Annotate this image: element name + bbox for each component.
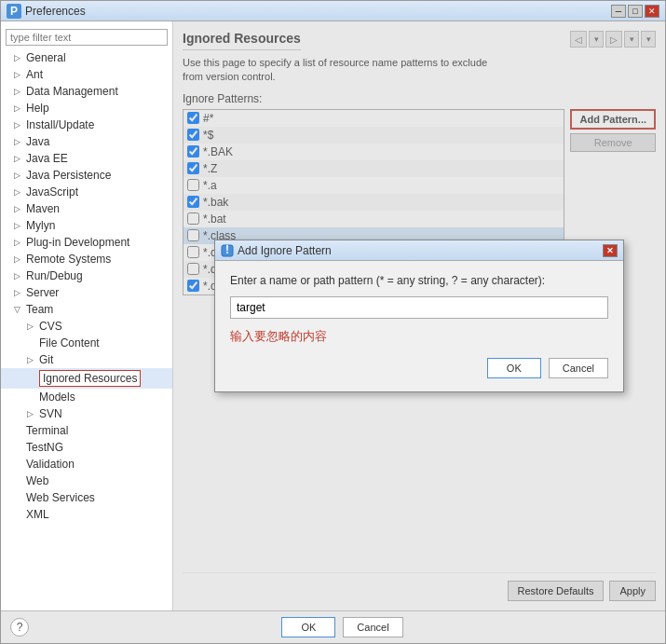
window-icon: P [7,4,21,19]
sidebar-item-maven[interactable]: ▷Maven [1,200,172,217]
expand-arrow: ▷ [14,103,23,113]
expand-arrow: ▷ [14,187,23,197]
expand-arrow [14,476,23,486]
expand-arrow: ▷ [14,254,23,264]
expand-arrow: ▷ [14,238,23,247]
dialog-hint: 输入要忽略的内容 [230,328,608,345]
dialog-title-bar: ! Add Ignore Pattern ✕ [215,240,623,261]
expand-arrow [27,338,36,348]
sidebar-item-remote-systems[interactable]: ▷Remote Systems [1,251,172,267]
dialog-body: Enter a name or path pattern (* = any st… [215,261,623,391]
sidebar-item-web[interactable]: Web [1,473,172,489]
help-button[interactable]: ? [10,618,29,637]
expand-arrow: ▷ [14,204,23,213]
dialog-cancel-button[interactable]: Cancel [549,358,608,378]
sidebar-item-svn[interactable]: ▷SVN [1,405,172,422]
right-panel: Ignored Resources ◁ ▾ ▷ ▾ ▾ Use this pag… [173,21,665,610]
sidebar-item-install-update[interactable]: ▷Install/Update [1,116,172,133]
sidebar-item-java[interactable]: ▷Java [1,133,172,150]
add-ignore-pattern-dialog: ! Add Ignore Pattern ✕ Enter a name or p… [214,240,624,392]
filter-input[interactable] [6,29,168,46]
dialog-icon: ! [221,244,234,257]
expand-arrow [14,493,23,502]
sidebar-item-testng[interactable]: TestNG [1,439,172,456]
expand-arrow: ▷ [14,87,23,96]
window-controls: ─ □ ✕ [611,5,659,18]
expand-arrow [14,443,23,452]
expand-arrow [27,392,36,402]
expand-arrow: ▷ [14,171,23,180]
expand-arrow: ▷ [27,409,36,418]
main-content: ▷General ▷Ant ▷Data Management ▷Help ▷In… [1,21,665,610]
expand-arrow [14,510,23,519]
svg-text:!: ! [225,244,229,256]
close-button[interactable]: ✕ [645,5,659,18]
expand-arrow: ▷ [27,322,36,331]
preferences-window: P Preferences ─ □ ✕ ▷General ▷Ant ▷Data … [0,0,666,644]
sidebar: ▷General ▷Ant ▷Data Management ▷Help ▷In… [1,21,173,610]
sidebar-item-java-ee[interactable]: ▷Java EE [1,150,172,167]
title-bar: P Preferences ─ □ ✕ [1,1,665,21]
dialog-prompt: Enter a name or path pattern (* = any st… [230,274,608,287]
sidebar-item-javascript[interactable]: ▷JavaScript [1,184,172,200]
sidebar-item-git[interactable]: ▷Git [1,351,172,368]
expand-arrow: ▷ [14,271,23,281]
dialog-input[interactable] [230,296,608,319]
sidebar-item-file-content[interactable]: File Content [1,335,172,351]
expand-arrow: ▷ [27,355,36,364]
sidebar-item-web-services[interactable]: Web Services [1,489,172,506]
sidebar-item-plugin-dev[interactable]: ▷Plug-in Development [1,234,172,251]
sidebar-item-validation[interactable]: Validation [1,456,172,473]
sidebar-item-ant[interactable]: ▷Ant [1,66,172,83]
sidebar-item-data-management[interactable]: ▷Data Management [1,83,172,100]
expand-arrow [14,459,23,469]
expand-arrow: ▷ [14,221,23,230]
footer-ok-button[interactable]: OK [281,617,335,637]
expand-arrow: ▷ [14,120,23,130]
sidebar-item-team[interactable]: ▽Team [1,301,172,318]
sidebar-item-ignored-resources[interactable]: Ignored Resources [1,368,172,389]
expand-arrow: ▽ [14,305,23,314]
sidebar-item-general[interactable]: ▷General [1,49,172,66]
expand-arrow [14,426,23,435]
sidebar-item-xml[interactable]: XML [1,506,172,523]
expand-arrow: ▷ [14,137,23,146]
window-title: Preferences [25,5,611,18]
maximize-button[interactable]: □ [628,5,643,18]
minimize-button[interactable]: ─ [611,5,626,18]
footer-buttons: OK Cancel [29,617,656,637]
sidebar-item-server[interactable]: ▷Server [1,284,172,301]
dialog-title: Add Ignore Pattern [238,244,603,257]
window-footer: ? OK Cancel [1,610,665,643]
dialog-buttons: OK Cancel [230,358,608,378]
sidebar-item-run-debug[interactable]: ▷Run/Debug [1,267,172,284]
dialog-ok-button[interactable]: OK [487,358,541,378]
expand-arrow [27,374,36,383]
footer-cancel-button[interactable]: Cancel [343,617,402,637]
sidebar-item-cvs[interactable]: ▷CVS [1,318,172,335]
sidebar-item-terminal[interactable]: Terminal [1,422,172,439]
expand-arrow: ▷ [14,53,23,62]
expand-arrow: ▷ [14,288,23,297]
sidebar-item-java-persistence[interactable]: ▷Java Persistence [1,167,172,184]
expand-arrow: ▷ [14,154,23,163]
dialog-close-button[interactable]: ✕ [603,244,618,257]
sidebar-item-mylyn[interactable]: ▷Mylyn [1,217,172,234]
dialog-overlay: ! Add Ignore Pattern ✕ Enter a name or p… [173,21,665,610]
sidebar-item-help[interactable]: ▷Help [1,100,172,116]
sidebar-item-models[interactable]: Models [1,389,172,405]
expand-arrow: ▷ [14,70,23,79]
